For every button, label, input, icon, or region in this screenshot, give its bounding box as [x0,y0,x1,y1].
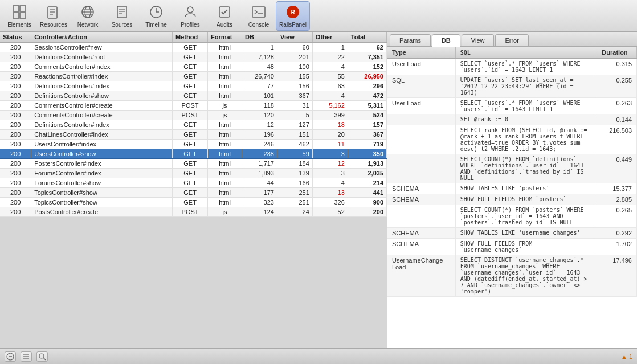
db-cell-sql: SELECT DISTINCT `username_changes`.* FRO… [455,255,597,297]
cell-db: 120 [242,111,277,120]
cell-db: 12 [242,120,277,130]
tab-error[interactable]: Error [495,34,528,46]
list-button[interactable] [21,351,32,362]
cell-other: 3 [312,169,348,178]
cell-status: 200 [0,72,31,81]
db-cell-type: User Load [387,98,455,114]
cell-db: 1,893 [242,169,277,178]
db-cell-type: SCHEMA [387,183,455,194]
search-button[interactable] [36,351,48,362]
db-col-header-type: Type [387,47,455,59]
statusbar: ▲ 1 [0,348,637,364]
db-cell-duration: 0.315 [597,59,637,75]
cell-view: 462 [277,140,312,149]
table-row[interactable]: 200 PostersController#index GET html 1,7… [0,159,387,169]
resources-label: Resources [40,22,67,28]
toolbar-elements-button[interactable]: Elements [2,1,36,31]
toolbar-network-button[interactable]: Network [71,1,105,31]
clear-button[interactable] [5,351,16,362]
col-header-other: Other [312,32,348,43]
toolbar-audits-button[interactable]: Audits [207,1,242,31]
cell-controller: CommentsController#create [31,101,173,111]
table-row[interactable]: 200 UsersController#show GET html 288 59… [0,149,387,159]
table-row[interactable]: 200 CommentsController#index GET html 48… [0,62,387,72]
table-row[interactable]: 200 ForumsController#show GET html 44 16… [0,178,387,188]
cell-total: 62 [348,43,386,52]
toolbar-timeline-button[interactable]: Timeline [139,1,173,31]
cell-total: 1,913 [348,159,386,169]
cell-format: html [208,188,242,198]
db-table-row: User Load SELECT `users`.* FROM `users` … [387,98,637,114]
cell-controller: CommentsController#index [31,62,173,72]
cell-view: 60 [277,43,312,52]
db-table-scroll[interactable]: Type SQL Duration User Load SELECT `user… [387,47,637,348]
svg-rect-4 [48,7,57,18]
table-row[interactable]: 200 TopicsController#show GET html 323 2… [0,198,387,207]
cell-db: 101 [242,91,277,101]
table-row[interactable]: 200 DefinitionsController#index GET html… [0,120,387,130]
cell-total: 367 [348,130,386,140]
table-row[interactable]: 200 CommentsController#create POST js 12… [0,111,387,120]
db-cell-duration: 0.292 [597,228,637,239]
db-cell-type: SCHEMA [387,194,455,205]
cell-view: 201 [277,52,312,62]
svg-rect-0 [13,6,19,11]
cell-controller: ChatLinesController#index [31,130,173,140]
toolbar-profiles-button[interactable]: Profiles [173,1,207,31]
db-cell-sql: SELECT COUNT(*) FROM `definitions` WHERE… [455,154,597,183]
db-cell-type [387,154,455,183]
cell-status: 200 [0,120,31,130]
cell-format: html [208,91,242,101]
cell-status: 200 [0,130,31,140]
request-table-scroll[interactable]: Status Controller#Action Method Format D… [0,32,387,348]
cell-status: 200 [0,91,31,101]
cell-controller: ForumsController#index [31,169,173,178]
tab-db[interactable]: DB [432,34,460,47]
cell-format: js [208,101,242,111]
cell-method: GET [173,169,208,178]
cell-db: 77 [242,81,277,91]
toolbar-railspanel-button[interactable]: R RailsPanel [276,1,310,31]
console-icon [251,4,267,20]
svg-rect-1 [20,6,26,11]
toolbar-sources-button[interactable]: Sources [105,1,139,31]
table-row[interactable]: 200 DefinitionsController#root GET html … [0,52,387,62]
table-row[interactable]: 200 ForumsController#index GET html 1,89… [0,169,387,178]
cell-other: 52 [312,207,348,217]
cell-status: 200 [0,149,31,159]
db-cell-duration: 0.265 [597,205,637,228]
cell-format: html [208,159,242,169]
profiles-label: Profiles [181,22,199,28]
table-row[interactable]: 200 DefinitionsController#show GET html … [0,91,387,101]
table-row[interactable]: 200 ChatLinesController#index GET html 1… [0,130,387,140]
table-row[interactable]: 200 PostsController#create POST js 124 2… [0,207,387,217]
request-table: Status Controller#Action Method Format D… [0,32,387,217]
col-header-controller: Controller#Action [31,32,173,43]
tab-params[interactable]: Params [390,34,431,46]
cell-view: 100 [277,62,312,72]
db-cell-duration: 0.449 [597,154,637,183]
table-row[interactable]: 200 TopicsController#show GET html 177 2… [0,188,387,198]
cell-format: html [208,140,242,149]
cell-controller: PostersController#index [31,159,173,169]
table-row[interactable]: 200 ReactionsController#index GET html 2… [0,72,387,81]
db-cell-duration: 0.255 [597,75,637,98]
cell-controller: DefinitionsController#index [31,120,173,130]
table-row[interactable]: 200 CommentsController#create POST js 11… [0,101,387,111]
table-row[interactable]: 200 DefinitionsController#index GET html… [0,81,387,91]
toolbar-console-button[interactable]: Console [242,1,276,31]
cell-method: GET [173,43,208,52]
svg-rect-22 [252,7,265,17]
cell-method: GET [173,81,208,91]
toolbar-resources-button[interactable]: Resources [36,1,71,31]
table-row[interactable]: 200 SessionsController#new GET html 1 60… [0,43,387,52]
db-table-row: SET @rank := 0 0.144 [387,114,637,125]
cell-db: 44 [242,178,277,188]
profiles-icon [182,4,198,20]
cell-status: 200 [0,81,31,91]
tab-view[interactable]: View [462,34,495,46]
db-cell-sql: SELECT `users`.* FROM `users` WHERE `use… [455,59,597,75]
db-cell-sql: SHOW TABLES LIKE 'posters' [455,183,597,194]
cell-format: html [208,52,242,62]
table-row[interactable]: 200 UsersController#index GET html 246 4… [0,140,387,149]
